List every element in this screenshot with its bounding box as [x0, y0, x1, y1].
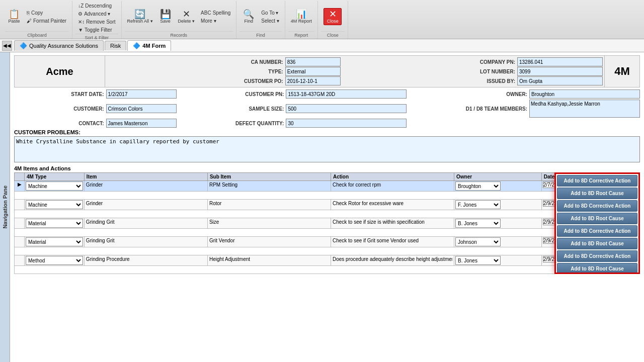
- action-input[interactable]: [332, 182, 453, 188]
- company-pn-input[interactable]: [517, 57, 603, 66]
- spelling-button[interactable]: ABC Spelling: [198, 9, 233, 17]
- item-input[interactable]: [86, 182, 206, 188]
- item-input[interactable]: [86, 237, 206, 244]
- lot-number-input[interactable]: [517, 67, 603, 76]
- delete-button[interactable]: ✕ Delete ▾: [176, 8, 198, 25]
- add-corrective-action-btn-1[interactable]: Add to 8D Corrective Action: [557, 175, 637, 187]
- remove-sort-button[interactable]: ✕↕ Remove Sort: [75, 18, 118, 26]
- customer-pn-input[interactable]: [286, 89, 407, 99]
- subitem-cell[interactable]: [207, 181, 331, 192]
- add-corrective-action-btn-4[interactable]: Add to 8D Corrective Action: [557, 250, 637, 262]
- customer-po-input[interactable]: [285, 76, 341, 85]
- action-input[interactable]: [332, 219, 453, 225]
- add-corrective-action-btn-2[interactable]: Add to 8D Corrective Action: [557, 200, 637, 212]
- add-corrective-action-btn-3[interactable]: Add to 8D Corrective Action: [557, 225, 637, 237]
- type-select[interactable]: Material: [26, 237, 83, 246]
- start-date-input[interactable]: [106, 89, 177, 99]
- add-root-cause-btn-3[interactable]: Add to 8D Root Cause: [557, 238, 637, 249]
- item-cell[interactable]: [84, 237, 207, 247]
- descending-button[interactable]: ↓Z Descending: [75, 2, 118, 10]
- item-cell[interactable]: [84, 255, 207, 266]
- go-to-button[interactable]: Go To ▾: [259, 9, 282, 17]
- owner-cell[interactable]: Broughton: [454, 181, 542, 192]
- owner-select[interactable]: F. Jones: [455, 200, 501, 209]
- more-button[interactable]: More ▾: [198, 17, 233, 25]
- owner-input[interactable]: [529, 89, 640, 99]
- type-select[interactable]: Method: [26, 256, 83, 265]
- ribbon-group-records: 🔄 Refresh All ▾ 💾 Save ✕ Delete ▾ ABC Sp…: [122, 1, 237, 39]
- items-table-section: 4M Items and Actions 4M Type Item Sub It…: [14, 165, 640, 274]
- 4m-report-button[interactable]: 📊 4M Report: [288, 8, 314, 25]
- item-input[interactable]: [86, 200, 206, 207]
- type-cell[interactable]: Material: [25, 218, 85, 229]
- copy-button[interactable]: ⎘ Copy: [24, 9, 69, 17]
- close-icon: ✕: [329, 10, 337, 19]
- item-input[interactable]: [86, 219, 206, 225]
- action-cell[interactable]: [331, 200, 454, 210]
- action-cell[interactable]: [331, 237, 454, 247]
- owner-cell[interactable]: B. Jones: [454, 218, 542, 229]
- owner-select[interactable]: B. Jones: [455, 256, 501, 265]
- action-input[interactable]: [332, 237, 453, 244]
- action-cell[interactable]: [331, 255, 454, 266]
- customer-input[interactable]: [106, 104, 177, 113]
- item-cell[interactable]: [84, 218, 207, 229]
- tab-risk[interactable]: Risk: [105, 41, 126, 50]
- type-cell[interactable]: Material: [25, 237, 85, 247]
- select-button[interactable]: Select ▾: [259, 17, 282, 25]
- subitem-cell[interactable]: [207, 218, 331, 229]
- format-painter-button[interactable]: 🖌 Format Painter: [24, 17, 69, 25]
- type-cell[interactable]: Machine: [25, 200, 85, 210]
- type-cell[interactable]: Machine: [25, 181, 85, 192]
- d1d8-field[interactable]: Medha Kashyap,Jessie Marron: [529, 100, 640, 118]
- add-root-cause-btn-1[interactable]: Add to 8D Root Cause: [557, 188, 637, 199]
- owner-cell[interactable]: Johnson: [454, 237, 542, 247]
- subitem-input[interactable]: [209, 237, 330, 244]
- type-cell[interactable]: Method: [25, 255, 85, 266]
- type-select[interactable]: Material: [26, 219, 83, 228]
- tab-4m-form[interactable]: 🔷 4M Form: [127, 40, 171, 51]
- ca-number-input[interactable]: [285, 57, 341, 66]
- owner-select[interactable]: Johnson: [455, 237, 501, 246]
- item-cell[interactable]: [84, 181, 207, 192]
- refresh-all-button[interactable]: 🔄 Refresh All ▾: [125, 8, 155, 25]
- tab-quality-assurance[interactable]: 🔷 Quality Assurance Solutions: [14, 40, 104, 51]
- issued-by-input[interactable]: [517, 76, 603, 85]
- type-label: TYPE:: [107, 69, 283, 74]
- subitem-input[interactable]: [209, 256, 330, 262]
- action-input[interactable]: [332, 256, 453, 262]
- owner-cell[interactable]: B. Jones: [454, 255, 542, 266]
- defect-quantity-input[interactable]: [286, 119, 407, 128]
- nav-prev-button[interactable]: ◀◀: [2, 41, 12, 51]
- customer-problems-textarea[interactable]: [14, 136, 640, 162]
- owner-cell[interactable]: F. Jones: [454, 200, 542, 210]
- type-select[interactable]: Machine: [26, 182, 83, 191]
- advanced-button[interactable]: ⚙ Advanced ▾: [75, 10, 118, 18]
- add-root-cause-btn-2[interactable]: Add to 8D Root Cause: [557, 213, 637, 224]
- type-select[interactable]: Machine: [26, 200, 83, 209]
- add-root-cause-btn-4[interactable]: Add to 8D Root Cause: [557, 263, 637, 274]
- table-row: Machine F. Jones: [15, 200, 640, 210]
- save-button[interactable]: 💾 Save: [156, 8, 175, 25]
- item-cell[interactable]: [84, 200, 207, 210]
- toggle-filter-button[interactable]: ▼ Toggle Filter: [75, 26, 118, 34]
- action-input[interactable]: [332, 200, 453, 207]
- item-input[interactable]: [86, 256, 206, 262]
- action-cell[interactable]: [331, 181, 454, 192]
- paste-button[interactable]: 📋 Paste: [5, 8, 23, 25]
- close-button[interactable]: ✕ Close: [324, 8, 342, 25]
- owner-select[interactable]: Broughton: [455, 182, 501, 191]
- type-input[interactable]: [285, 67, 341, 76]
- owner-select[interactable]: B. Jones: [455, 219, 501, 228]
- subitem-input[interactable]: [209, 200, 330, 207]
- subitem-cell[interactable]: [207, 200, 331, 210]
- action-cell[interactable]: [331, 218, 454, 229]
- subitem-input[interactable]: [209, 182, 330, 188]
- subitem-cell[interactable]: [207, 237, 331, 247]
- find-button[interactable]: 🔍 Find: [239, 8, 258, 25]
- ribbon-group-clipboard: 📋 Paste ⎘ Copy 🖌 Format Painter Clipboar…: [2, 1, 72, 39]
- subitem-input[interactable]: [209, 219, 330, 225]
- subitem-cell[interactable]: [207, 255, 331, 266]
- contact-input[interactable]: [106, 119, 177, 128]
- sample-size-input[interactable]: [286, 104, 407, 113]
